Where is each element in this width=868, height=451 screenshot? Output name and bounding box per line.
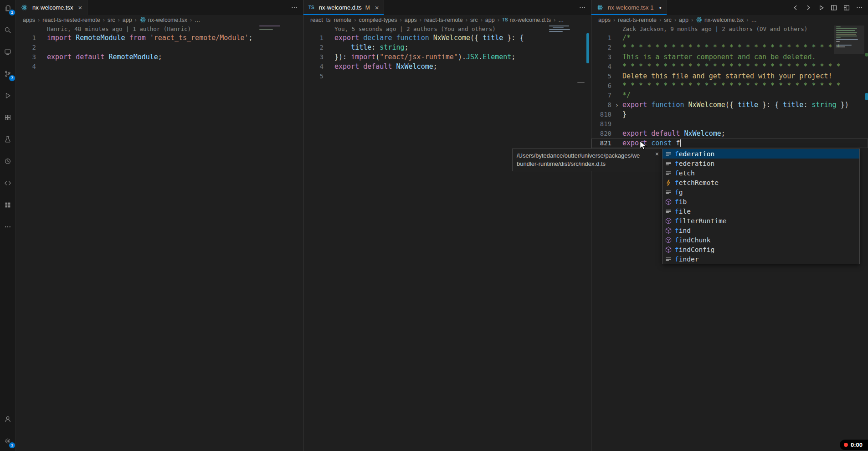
code-line[interactable]: 4export default NxWelcome; xyxy=(303,62,591,72)
suggestion-item[interactable]: file xyxy=(663,206,859,216)
suggestion-item[interactable]: fib xyxy=(663,197,859,206)
close-icon[interactable]: × xyxy=(78,4,82,11)
code-line[interactable]: 1import RemoteModule from 'react_ts_remo… xyxy=(16,33,303,43)
explorer-icon[interactable]: 1 xyxy=(2,3,13,14)
code-line[interactable]: 4 xyxy=(16,62,303,72)
fold-collapsed-icon[interactable]: › xyxy=(611,100,622,110)
code-line[interactable]: 7*/ xyxy=(591,91,868,100)
suggestion-item[interactable]: filterRuntime xyxy=(663,216,859,226)
breadcrumb-item[interactable]: compiled-types xyxy=(359,17,405,23)
code-editor[interactable]: You, 5 seconds ago | 2 authors (You and … xyxy=(303,25,591,451)
suggestion-item[interactable]: find xyxy=(663,226,859,235)
code-line[interactable]: 3This is a starter component and can be … xyxy=(591,52,868,62)
tab-nx-welcome-tsx[interactable]: nx-welcome.tsx × xyxy=(16,0,87,15)
code-line[interactable]: 6* * * * * * * * * * * * * * * * * * * *… xyxy=(591,81,868,91)
breadcrumb-item[interactable]: app xyxy=(679,17,696,23)
tab-nx-welcome-d-ts[interactable]: TS nx-welcome.d.ts M × xyxy=(303,0,384,15)
code-references-icon[interactable] xyxy=(2,178,13,189)
timeline-icon[interactable] xyxy=(2,156,13,167)
minimap[interactable] xyxy=(549,26,575,33)
code-line[interactable]: 821export const f xyxy=(591,138,868,148)
breadcrumb-item[interactable]: react-ts-remote xyxy=(618,17,664,23)
customize-layout-icon[interactable] xyxy=(842,3,851,12)
suggestion-item[interactable]: fetchRemote xyxy=(663,178,859,187)
gutter xyxy=(36,52,47,62)
suggestion-item[interactable]: federation xyxy=(663,159,859,168)
close-icon[interactable]: × xyxy=(655,151,659,157)
breadcrumb-item[interactable]: react_ts_remote xyxy=(310,17,359,23)
more-views-icon[interactable] xyxy=(2,221,13,232)
testing-icon[interactable] xyxy=(2,134,13,145)
more-actions-icon[interactable] xyxy=(578,3,587,12)
breadcrumb-item[interactable]: apps xyxy=(23,17,42,23)
breadcrumb-item[interactable]: react-ts-nested-remote xyxy=(42,17,108,23)
grid-view-icon[interactable] xyxy=(2,200,13,210)
breadcrumb-label: … xyxy=(195,17,200,23)
breadcrumb-item[interactable]: … xyxy=(558,17,564,23)
badge: 7 xyxy=(9,75,15,82)
suggestion-item[interactable]: fetch xyxy=(663,168,859,178)
source-control-icon[interactable]: 7 xyxy=(2,68,13,79)
line-number: 2 xyxy=(591,43,611,52)
split-editor-icon[interactable] xyxy=(829,3,838,12)
code-line[interactable]: 2 xyxy=(16,43,303,52)
code-line[interactable]: 819 xyxy=(591,119,868,129)
code-line[interactable]: 1/* xyxy=(591,33,868,43)
line-number: 4 xyxy=(16,62,36,72)
breadcrumb-item[interactable]: apps xyxy=(405,17,424,23)
code-line[interactable]: 5Delete this file and get started with y… xyxy=(591,72,868,81)
suggestion-item[interactable]: finder xyxy=(663,254,859,264)
run-and-debug-icon[interactable] xyxy=(2,90,13,101)
breadcrumb-item[interactable]: TSnx-welcome.d.ts xyxy=(502,17,558,23)
code-editor[interactable]: Hanric, 48 minutes ago | 1 author (Hanri… xyxy=(16,25,303,451)
breadcrumb-item[interactable]: … xyxy=(195,17,200,23)
git-blame-codelens[interactable]: Zack Jackson, 9 months ago | 2 authors (… xyxy=(591,25,868,33)
search-icon[interactable] xyxy=(2,25,13,36)
code-line[interactable]: 8›export function NxWelcome({ title }: {… xyxy=(591,100,868,110)
unsaved-changes-dot[interactable]: ● xyxy=(659,5,661,10)
tab-label: nx-welcome.tsx 1 xyxy=(608,4,653,11)
code-line[interactable]: 2 title: string; xyxy=(303,43,591,52)
breadcrumb-item[interactable]: nx-welcome.tsx xyxy=(139,16,195,23)
breadcrumb-item[interactable]: src xyxy=(664,17,679,23)
suggestion-label: findChunk xyxy=(675,236,711,244)
code-text: title: string; xyxy=(334,43,409,52)
go-forward-icon[interactable] xyxy=(804,3,813,12)
extensions-icon[interactable] xyxy=(2,112,13,123)
tab-bar-actions xyxy=(574,0,591,15)
git-blame-codelens[interactable]: You, 5 seconds ago | 2 authors (You and … xyxy=(303,25,591,33)
remote-explorer-icon[interactable] xyxy=(2,46,13,57)
suggestion-item[interactable]: fg xyxy=(663,187,859,197)
suggestion-item[interactable]: findChunk xyxy=(663,235,859,245)
more-actions-icon[interactable] xyxy=(290,3,299,12)
breadcrumb-item[interactable]: app xyxy=(485,17,502,23)
breadcrumb-item[interactable]: src xyxy=(108,17,123,23)
code-line[interactable]: 3}): import("react/jsx-runtime").JSX.Ele… xyxy=(303,52,591,62)
minimap[interactable] xyxy=(836,26,863,48)
breadcrumb-item[interactable]: nx-welcome.tsx xyxy=(696,16,751,23)
code-line[interactable]: 3export default RemoteModule; xyxy=(16,52,303,62)
go-back-icon[interactable] xyxy=(791,3,800,12)
suggestion-label: federation xyxy=(675,160,714,167)
breadcrumb-item[interactable]: … xyxy=(751,17,757,23)
tab-nx-welcome-tsx-1[interactable]: nx-welcome.tsx 1 ● xyxy=(591,0,667,15)
suggestion-item[interactable]: findConfig xyxy=(663,245,859,254)
breadcrumb-item[interactable]: app xyxy=(123,17,139,23)
minimap[interactable] xyxy=(259,26,286,31)
code-line[interactable]: 5 xyxy=(303,72,591,81)
close-icon[interactable]: × xyxy=(375,4,379,11)
breadcrumb-item[interactable]: src xyxy=(470,17,485,23)
code-line[interactable]: 1export declare function NxWelcome({ tit… xyxy=(303,33,591,43)
accounts-icon[interactable] xyxy=(2,414,13,425)
breadcrumb-item[interactable]: apps xyxy=(598,17,618,23)
code-line[interactable]: 4* * * * * * * * * * * * * * * * * * * *… xyxy=(591,62,868,72)
settings-icon[interactable]: 1 xyxy=(2,436,13,446)
code-line[interactable]: 2* * * * * * * * * * * * * * * * * * * *… xyxy=(591,43,868,52)
code-line[interactable]: 820export default NxWelcome; xyxy=(591,129,868,138)
more-actions-icon[interactable] xyxy=(855,3,864,12)
line-number: 2 xyxy=(303,43,324,52)
breadcrumb-item[interactable]: react-ts-remote xyxy=(424,17,470,23)
run-icon[interactable] xyxy=(817,3,826,12)
code-line[interactable]: 818} xyxy=(591,110,868,119)
suggestion-item[interactable]: federation xyxy=(663,149,859,159)
